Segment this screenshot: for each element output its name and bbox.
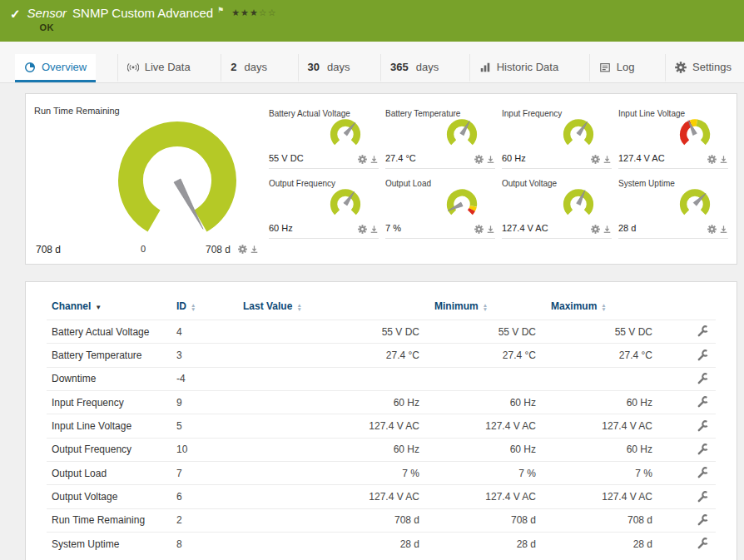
channel-id: 10 bbox=[171, 438, 238, 461]
table-row: Output Load77 %7 %7 % bbox=[47, 461, 716, 484]
tab-number: 2 bbox=[231, 61, 236, 73]
pin-icon[interactable] bbox=[719, 155, 728, 164]
channel-name: Battery Temperature bbox=[47, 344, 171, 367]
pin-icon[interactable] bbox=[370, 155, 379, 164]
gauge-value: 28 d bbox=[618, 223, 636, 233]
channel-settings-cell bbox=[662, 320, 716, 344]
wrench-icon[interactable] bbox=[697, 491, 709, 503]
pin-icon[interactable] bbox=[250, 245, 259, 254]
col-header-channel[interactable]: Channel▼ bbox=[47, 295, 171, 320]
gear-icon[interactable] bbox=[238, 245, 247, 254]
table-row: Input Frequency960 Hz60 Hz60 Hz bbox=[47, 390, 716, 414]
minimum-value: 27.4 °C bbox=[429, 344, 546, 367]
wrench-icon[interactable] bbox=[697, 467, 709, 479]
gear-icon[interactable] bbox=[707, 225, 717, 234]
pin-icon[interactable] bbox=[486, 225, 495, 234]
star-rating[interactable]: ★★★☆☆ bbox=[231, 7, 276, 18]
channel-settings-cell bbox=[662, 461, 716, 484]
gauge-scale-max: 708 d bbox=[206, 244, 231, 255]
tab-label: Overview bbox=[42, 61, 87, 73]
channel-id: 2 bbox=[171, 508, 238, 532]
gear-icon[interactable] bbox=[474, 155, 484, 164]
sort-icon: ▲▼ bbox=[601, 303, 606, 311]
col-header-tools bbox=[662, 295, 716, 320]
sensor-overview-page: Run Time Remaining 708 d 0 708 d Battery… bbox=[0, 83, 744, 560]
wrench-icon[interactable] bbox=[697, 373, 709, 385]
channel-settings-cell bbox=[662, 344, 716, 367]
wrench-icon[interactable] bbox=[697, 325, 709, 338]
primary-gauge: Run Time Remaining 708 d 0 708 d bbox=[34, 106, 260, 257]
col-header-last-value[interactable]: Last Value▲▼ bbox=[238, 295, 429, 320]
tab-settings[interactable]: Settings bbox=[665, 54, 741, 82]
wrench-icon[interactable] bbox=[697, 514, 709, 527]
channel-name: Input Frequency bbox=[47, 390, 171, 414]
channel-settings-cell bbox=[662, 485, 716, 508]
tab-30-days[interactable]: 30days bbox=[298, 54, 360, 82]
tab-label: Log bbox=[617, 61, 635, 73]
channel-id: 8 bbox=[171, 532, 238, 555]
sort-icon: ▲▼ bbox=[191, 303, 196, 311]
gauge-value: 7 % bbox=[385, 223, 401, 233]
gauge-chart bbox=[86, 114, 269, 240]
star-icon[interactable]: ★ bbox=[241, 7, 250, 17]
gauge-actions bbox=[707, 155, 728, 164]
maximum-value: 127.4 V AC bbox=[546, 414, 662, 438]
flag-icon: ⚑ bbox=[217, 6, 224, 14]
last-value: 127.4 V AC bbox=[238, 485, 429, 508]
last-value: 28 d bbox=[238, 532, 429, 555]
star-icon[interactable]: ★ bbox=[250, 7, 259, 17]
channel-name: Output Voltage bbox=[47, 485, 171, 508]
gauge-footer: 708 d 0 708 d bbox=[34, 244, 260, 259]
pin-icon[interactable] bbox=[603, 225, 612, 234]
last-value: 27.4 °C bbox=[238, 344, 429, 367]
tab-log[interactable]: Log bbox=[589, 54, 644, 82]
tab-historic-data[interactable]: Historic Data bbox=[469, 54, 568, 82]
tab-365-days[interactable]: 365days bbox=[380, 54, 448, 82]
tab-label: days bbox=[244, 61, 266, 73]
sensor-header: ✓ Sensor SNMP Custom Advanced ⚑ ★★★☆☆ OK bbox=[0, 0, 744, 42]
gear-icon[interactable] bbox=[591, 155, 600, 164]
minimum-value: 60 Hz bbox=[429, 438, 546, 461]
channel-settings-cell bbox=[662, 367, 716, 390]
tab-live-data[interactable]: Live Data bbox=[117, 54, 200, 82]
gauge-chart bbox=[324, 185, 367, 222]
gear-icon bbox=[675, 62, 687, 73]
tab-2-days[interactable]: 2days bbox=[221, 54, 276, 82]
gauge-actions bbox=[358, 225, 379, 234]
gauge-chart bbox=[557, 185, 600, 222]
star-icon[interactable]: ☆ bbox=[268, 7, 277, 17]
wrench-icon[interactable] bbox=[697, 420, 709, 433]
tab-overview[interactable]: Overview bbox=[15, 54, 96, 82]
wrench-icon[interactable] bbox=[697, 396, 709, 409]
gauge-chart bbox=[440, 115, 484, 152]
gear-icon[interactable] bbox=[474, 225, 484, 234]
col-header-maximum[interactable]: Maximum▲▼ bbox=[546, 295, 662, 320]
pin-icon[interactable] bbox=[486, 155, 495, 164]
broadcast-icon bbox=[127, 62, 139, 73]
star-icon[interactable]: ★ bbox=[231, 7, 241, 17]
table-row: Input Line Voltage5127.4 V AC127.4 V AC1… bbox=[47, 414, 716, 438]
star-icon[interactable]: ☆ bbox=[259, 7, 268, 17]
gear-icon[interactable] bbox=[358, 225, 367, 234]
wrench-icon[interactable] bbox=[697, 538, 709, 550]
last-value: 127.4 V AC bbox=[238, 414, 429, 438]
channel-id: 6 bbox=[171, 485, 238, 508]
gear-icon[interactable] bbox=[358, 155, 367, 164]
channel-id: 3 bbox=[171, 344, 238, 367]
col-header-id[interactable]: ID▲▼ bbox=[171, 295, 238, 320]
gauge-chart bbox=[557, 115, 600, 152]
pin-icon[interactable] bbox=[719, 225, 728, 234]
wrench-icon[interactable] bbox=[697, 349, 709, 362]
gear-icon[interactable] bbox=[591, 225, 600, 234]
channels-panel: Channel▼ID▲▼Last Value▲▼Minimum▲▼Maximum… bbox=[25, 281, 737, 560]
col-header-minimum[interactable]: Minimum▲▼ bbox=[429, 295, 546, 320]
gear-icon[interactable] bbox=[707, 155, 717, 164]
last-value: 7 % bbox=[238, 461, 429, 484]
last-value: 708 d bbox=[238, 508, 429, 532]
tab-label: days bbox=[327, 61, 350, 73]
gauge-actions bbox=[707, 225, 728, 234]
pin-icon[interactable] bbox=[603, 155, 612, 164]
pin-icon[interactable] bbox=[370, 225, 379, 234]
log-icon bbox=[599, 62, 611, 73]
wrench-icon[interactable] bbox=[697, 444, 709, 456]
